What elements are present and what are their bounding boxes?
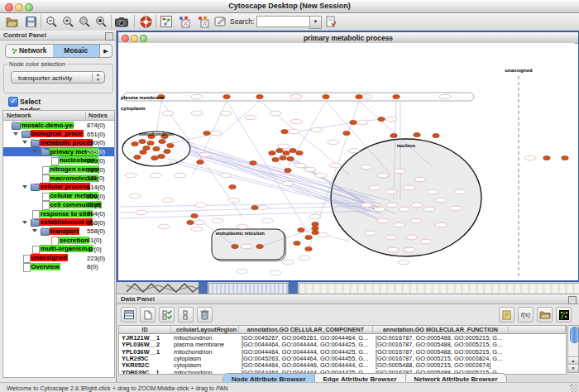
graph-node[interactable] [562, 155, 568, 160]
attribute-matrix-button[interactable] [556, 307, 572, 323]
table-row[interactable]: YKR052Ccytoplasm[GO:0044464, GO:0044446,… [119, 362, 566, 369]
formula-button[interactable]: f(x) [518, 307, 534, 323]
import-attributes-button[interactable] [537, 307, 553, 323]
graph-node[interactable] [269, 151, 275, 155]
graph-node[interactable] [134, 155, 141, 159]
graph-node[interactable] [378, 117, 385, 121]
tree-row[interactable]: cell communicat22(0) [3, 200, 114, 209]
expander-arrow-icon[interactable] [13, 132, 18, 136]
graph-edge[interactable] [253, 163, 288, 170]
table-row[interactable]: YPL036W__2plasma membrane[GO:0044464, GO… [119, 342, 566, 348]
tab-network[interactable]: Network [6, 45, 53, 57]
search-dropdown-arrow[interactable]: ▼ [309, 16, 322, 29]
graph-node[interactable] [356, 94, 362, 98]
zoom-selected-button[interactable] [76, 14, 93, 29]
graph-node[interactable] [132, 141, 138, 146]
scroll-down-button[interactable]: ▼ [568, 364, 578, 372]
annotation-button[interactable] [212, 14, 228, 29]
tree-row[interactable]: macromolecule311(0) [3, 174, 114, 183]
table-column-header[interactable]: _cellularLayoutRegion [171, 326, 239, 334]
network-window-titlebar[interactable]: primary metabolic process [118, 32, 578, 44]
graph-edge[interactable] [156, 101, 161, 134]
tree-row[interactable]: metabolic process280(0) [3, 138, 114, 147]
tree-row[interactable]: nucleobase-209(0) [3, 156, 114, 165]
tree-row[interactable]: unassigned223(0) [3, 254, 114, 263]
graph-node[interactable] [140, 150, 146, 154]
tree-row[interactable]: response to stimul264(0) [3, 209, 114, 218]
expander-arrow-icon[interactable] [22, 185, 27, 189]
expander-arrow-icon[interactable] [22, 141, 27, 144]
save-button[interactable] [22, 14, 39, 29]
graph-node[interactable] [283, 151, 290, 155]
layout-b-button[interactable] [195, 14, 212, 29]
graph-node[interactable] [280, 155, 286, 160]
delete-attribute-button[interactable] [197, 307, 213, 323]
graph-node[interactable] [139, 139, 146, 143]
search-config-button[interactable] [323, 14, 339, 29]
graph-node[interactable] [159, 139, 165, 143]
graph-node[interactable] [312, 226, 318, 230]
graph-node[interactable] [191, 213, 198, 218]
expander-arrow-icon[interactable] [32, 229, 37, 232]
tree-row[interactable]: primary metabo209(0) [3, 147, 114, 156]
select-nodes-checkbox[interactable]: ✓ [8, 97, 18, 107]
graph-node[interactable] [312, 222, 318, 226]
graph-node[interactable] [350, 120, 356, 124]
graph-node[interactable] [305, 235, 312, 239]
graph-node[interactable] [296, 151, 303, 155]
tab-mosaic[interactable]: Mosaic [53, 45, 100, 57]
expander-arrow-icon[interactable] [32, 150, 37, 153]
tree-row[interactable]: mosaic-demo-yeast874(0) [3, 121, 114, 130]
table-column-header[interactable]: ID [119, 326, 171, 334]
graph-node[interactable] [276, 148, 283, 152]
graph-node[interactable] [153, 146, 160, 151]
tree-row[interactable]: cellular process614(0) [3, 183, 114, 192]
graph-node[interactable] [250, 160, 256, 165]
resize-grip-icon[interactable] [570, 384, 578, 392]
graph-node[interactable] [414, 132, 420, 136]
open-button[interactable] [3, 14, 20, 29]
table-row[interactable]: YJR121W__1mitochondrion[GO:0045267, GO:0… [119, 335, 566, 342]
expander-arrow-icon[interactable] [22, 221, 27, 224]
notes-button[interactable] [499, 307, 514, 323]
graph-node[interactable] [251, 205, 258, 209]
zoom-in-button[interactable] [60, 14, 76, 29]
graph-node[interactable] [167, 143, 174, 147]
table-column-header[interactable]: annotation.GO MOLECULAR_FUNCTION [373, 326, 509, 334]
graph-node[interactable] [285, 168, 291, 172]
float-panel-icon[interactable] [568, 296, 577, 304]
graph-node[interactable] [143, 146, 150, 150]
float-panel-icon[interactable] [105, 32, 113, 41]
graph-node[interactable] [312, 230, 318, 234]
graph-node[interactable] [543, 155, 550, 160]
graph-node[interactable] [223, 94, 230, 98]
graph-node[interactable] [164, 149, 170, 153]
graph-node[interactable] [281, 129, 288, 133]
tree-row[interactable]: biological_process651(0) [3, 130, 114, 139]
graph-node[interactable] [390, 133, 397, 137]
color-attribute-dropdown[interactable]: transporter activity ▲▼ [11, 71, 105, 84]
graph-node[interactable] [287, 156, 294, 160]
graph-node[interactable] [294, 241, 300, 245]
tree-column-nodes[interactable]: Nodes [85, 112, 108, 120]
zoom-out-button[interactable] [43, 14, 60, 29]
table-column-header[interactable]: annotation.GO CELLULAR_COMPONENT [239, 326, 373, 334]
graph-node[interactable] [256, 94, 263, 98]
layout-a-button[interactable] [176, 14, 193, 29]
select-attributes-button[interactable] [159, 307, 175, 323]
background-windows-band[interactable] [117, 282, 579, 294]
graph-node[interactable] [151, 155, 158, 160]
tree-row[interactable]: nitrogen compo209(0) [3, 165, 114, 174]
graph-node[interactable] [147, 141, 154, 145]
snapshot-button[interactable] [113, 14, 130, 29]
tree-row[interactable]: secretion41(0) [3, 236, 114, 245]
tree-row[interactable]: establishment of lo558(0) [3, 218, 114, 227]
unselect-attributes-button[interactable] [178, 307, 194, 323]
tree-row[interactable]: multi-organism pr42(0) [3, 245, 114, 254]
graph-node[interactable] [272, 157, 279, 161]
scrollbar-thumb[interactable] [570, 327, 579, 343]
new-attribute-button[interactable] [140, 307, 156, 323]
tree-row[interactable]: cellular metabo209(0) [3, 192, 114, 201]
graph-node[interactable] [393, 94, 400, 98]
attribute-table-button[interactable] [121, 307, 136, 323]
